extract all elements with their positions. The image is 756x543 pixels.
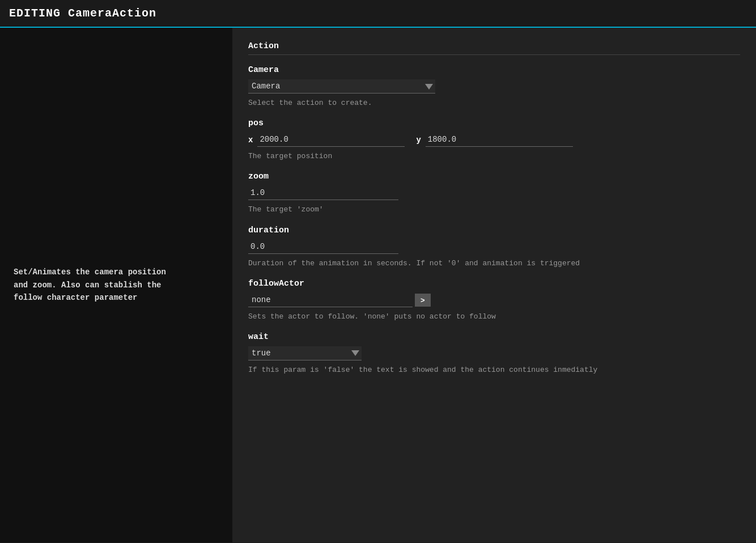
- pos-x-input[interactable]: [257, 133, 405, 147]
- wait-dropdown-wrapper: true false: [248, 346, 740, 360]
- header: EDITING CameraAction: [0, 0, 756, 28]
- left-panel: Set/Animates the camera position and zoo…: [0, 28, 232, 542]
- wait-description: If this param is 'false' the text is sho…: [248, 365, 740, 375]
- pos-y-input[interactable]: [426, 133, 573, 147]
- pos-description: The target position: [248, 151, 740, 162]
- duration-label: duration: [248, 226, 740, 235]
- pos-y-field: y: [416, 133, 572, 147]
- wait-label: wait: [248, 332, 740, 342]
- follow-actor-label: followActor: [248, 279, 740, 289]
- pos-y-label: y: [416, 135, 421, 145]
- camera-description: Select the action to create.: [248, 98, 740, 108]
- wait-select[interactable]: true false: [248, 346, 362, 360]
- follow-actor-description: Sets the actor to follow. 'none' puts no…: [248, 312, 740, 322]
- right-panel: Action Camera Camera Select the action t…: [232, 28, 756, 542]
- left-description: Set/Animates the camera position and zoo…: [14, 266, 184, 304]
- duration-input[interactable]: [248, 240, 398, 254]
- zoom-description: The target 'zoom': [248, 205, 740, 215]
- follow-actor-row: >: [248, 293, 740, 307]
- main-layout: Set/Animates the camera position and zoo…: [0, 28, 756, 542]
- duration-description: Duration of the animation in seconds. If…: [248, 258, 740, 269]
- pos-x-field: x: [248, 133, 405, 147]
- follow-actor-input[interactable]: [248, 293, 413, 307]
- follow-actor-button[interactable]: >: [415, 294, 431, 307]
- pos-x-label: x: [248, 135, 253, 145]
- action-label: Action: [248, 41, 740, 51]
- page-title: EDITING CameraAction: [9, 7, 156, 20]
- pos-label: pos: [248, 118, 740, 128]
- camera-dropdown-wrapper: Camera: [248, 79, 740, 94]
- zoom-label: zoom: [248, 172, 740, 181]
- pos-row: x y: [248, 133, 740, 147]
- divider: [248, 54, 740, 55]
- camera-label: Camera: [248, 65, 740, 75]
- camera-select[interactable]: Camera: [248, 79, 435, 94]
- zoom-input[interactable]: [248, 186, 398, 200]
